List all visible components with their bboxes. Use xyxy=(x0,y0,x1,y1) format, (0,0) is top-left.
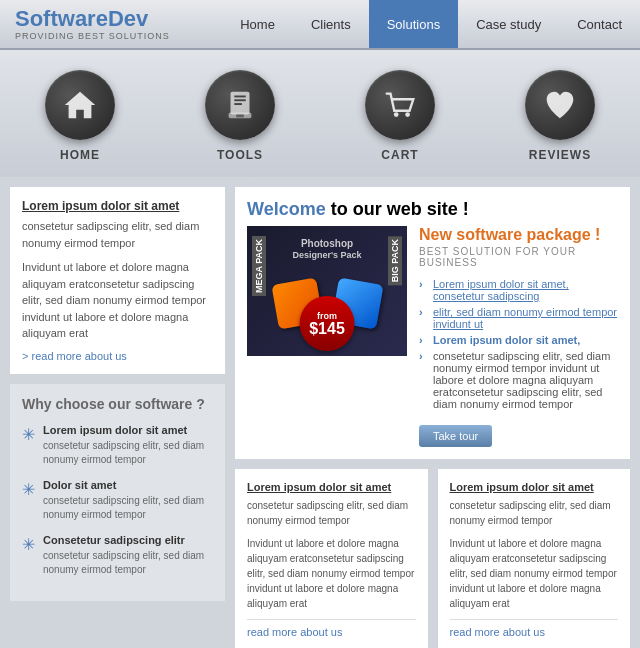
icon-home[interactable]: HOME xyxy=(45,70,115,162)
star-icon-1: ✳ xyxy=(22,425,35,444)
sidebar-why-title: Why choose our software ? xyxy=(22,396,213,412)
sidebar-block-2: Why choose our software ? ✳ Lorem ipsum … xyxy=(10,384,225,601)
sidebar-block-1: Lorem ipsum dolor sit amet consetetur sa… xyxy=(10,187,225,374)
bottom-col-left: Lorem ipsum dolor sit amet consetetur sa… xyxy=(235,469,428,648)
bottom-left-title: Lorem ipsum dolor sit amet xyxy=(247,481,416,493)
bottom-right-text1: consetetur sadipscing elitr, sed diam no… xyxy=(450,498,619,528)
svg-rect-1 xyxy=(234,96,245,98)
tools-icon-circle xyxy=(205,70,275,140)
bottom-right-text2: Invidunt ut labore et dolore magna aliqu… xyxy=(450,536,619,611)
icons-row: HOME TOOLS CART xyxy=(0,50,640,177)
take-tour-button[interactable]: Take tour xyxy=(419,425,492,447)
bullet-3: Lorem ipsum dolor sit amet, xyxy=(419,332,618,348)
nav-contact[interactable]: Contact xyxy=(559,0,640,48)
price-value: $145 xyxy=(309,321,345,337)
cart-icon-circle xyxy=(365,70,435,140)
cart-label: CART xyxy=(381,148,418,162)
logo-title: SoftwareDev xyxy=(15,7,200,31)
nav-clients[interactable]: Clients xyxy=(293,0,369,48)
why-item-2-title: Dolor sit amet xyxy=(43,479,213,491)
price-from: from xyxy=(317,311,337,321)
product-label-big: BIG PACK xyxy=(388,236,402,285)
why-item-2: ✳ Dolor sit amet consetetur sadipscing e… xyxy=(22,479,213,522)
welcome-sub-heading: New software package ! xyxy=(419,226,618,244)
why-item-1: ✳ Lorem ipsum dolor sit amet consetetur … xyxy=(22,424,213,467)
sidebar-block1-title: Lorem ipsum dolor sit amet xyxy=(22,199,213,213)
product-image: MEGA PACK BIG PACK PhotoshopDesigner's P… xyxy=(247,226,407,356)
icon-reviews[interactable]: REVIEWS xyxy=(525,70,595,162)
svg-rect-6 xyxy=(240,115,244,118)
svg-rect-0 xyxy=(231,92,250,115)
product-title: PhotoshopDesigner's Pack xyxy=(292,238,361,260)
home-icon xyxy=(61,86,99,124)
nav-case-study[interactable]: Case study xyxy=(458,0,559,48)
sidebar: Lorem ipsum dolor sit amet consetetur sa… xyxy=(10,187,225,648)
main-content: Lorem ipsum dolor sit amet consetetur sa… xyxy=(0,177,640,648)
sidebar-block1-text2: Invidunt ut labore et dolore magna aliqu… xyxy=(22,259,213,342)
heart-icon xyxy=(541,86,579,124)
bottom-col-right: Lorem ipsum dolor sit amet consetetur sa… xyxy=(438,469,631,648)
svg-rect-2 xyxy=(234,99,245,101)
welcome-rest: to our web site ! xyxy=(331,199,469,219)
welcome-bullets: Lorem ipsum dolor sit amet, consetetur s… xyxy=(419,276,618,412)
tools-label: TOOLS xyxy=(217,148,263,162)
bottom-right-title: Lorem ipsum dolor sit amet xyxy=(450,481,619,493)
svg-rect-3 xyxy=(234,103,242,105)
welcome-inner: MEGA PACK BIG PACK PhotoshopDesigner's P… xyxy=(247,226,618,447)
why-item-1-text: consetetur sadipscing elitr, sed diam no… xyxy=(43,439,213,467)
bottom-left-read-more[interactable]: read more about us xyxy=(247,619,416,638)
bottom-right-read-more[interactable]: read more about us xyxy=(450,619,619,638)
welcome-sub-label: BEST SOLUTION FOR YOUR BUSINESS xyxy=(419,246,618,268)
why-item-3-content: Consetetur sadipscing elitr consetetur s… xyxy=(43,534,213,577)
navigation: Home Clients Solutions Case study Contac… xyxy=(200,0,640,48)
nav-home[interactable]: Home xyxy=(222,0,293,48)
bullet-4: consetetur sadipscing elitr, sed diam no… xyxy=(419,348,618,412)
reviews-label: REVIEWS xyxy=(529,148,591,162)
why-item-1-title: Lorem ipsum dolor sit amet xyxy=(43,424,213,436)
home-label: HOME xyxy=(60,148,100,162)
tools-icon xyxy=(221,86,259,124)
cart-icon xyxy=(381,86,419,124)
product-label-mega: MEGA PACK xyxy=(252,236,266,296)
header: SoftwareDev PROVIDING BEST SOLUTIONS Hom… xyxy=(0,0,640,50)
bullet-2: elitr, sed diam nonumy eirmod tempor inv… xyxy=(419,304,618,332)
price-badge: from $145 xyxy=(300,296,355,351)
nav-solutions[interactable]: Solutions xyxy=(369,0,458,48)
icon-cart[interactable]: CART xyxy=(365,70,435,162)
logo: SoftwareDev PROVIDING BEST SOLUTIONS xyxy=(0,7,200,41)
why-item-3: ✳ Consetetur sadipscing elitr consetetur… xyxy=(22,534,213,577)
home-icon-circle xyxy=(45,70,115,140)
svg-point-8 xyxy=(405,112,410,117)
bottom-left-text1: consetetur sadipscing elitr, sed diam no… xyxy=(247,498,416,528)
bottom-columns: Lorem ipsum dolor sit amet consetetur sa… xyxy=(235,469,630,648)
logo-subtitle: PROVIDING BEST SOLUTIONS xyxy=(15,31,200,41)
why-item-2-text: consetetur sadipscing elitr, sed diam no… xyxy=(43,494,213,522)
sidebar-block1-text1: consetetur sadipscing elitr, sed diam no… xyxy=(22,218,213,251)
bullet-1: Lorem ipsum dolor sit amet, consetetur s… xyxy=(419,276,618,304)
sidebar-read-more[interactable]: > read more about us xyxy=(22,350,213,362)
welcome-right: New software package ! BEST SOLUTION FOR… xyxy=(419,226,618,447)
star-icon-2: ✳ xyxy=(22,480,35,499)
welcome-block: Welcome to our web site ! MEGA PACK BIG … xyxy=(235,187,630,459)
why-item-3-title: Consetetur sadipscing elitr xyxy=(43,534,213,546)
icon-tools[interactable]: TOOLS xyxy=(205,70,275,162)
why-item-1-content: Lorem ipsum dolor sit amet consetetur sa… xyxy=(43,424,213,467)
star-icon-3: ✳ xyxy=(22,535,35,554)
svg-rect-5 xyxy=(236,115,240,118)
svg-point-7 xyxy=(394,112,399,117)
why-item-3-text: consetetur sadipscing elitr, sed diam no… xyxy=(43,549,213,577)
why-item-2-content: Dolor sit amet consetetur sadipscing eli… xyxy=(43,479,213,522)
main-right-content: Welcome to our web site ! MEGA PACK BIG … xyxy=(235,187,630,648)
welcome-heading: Welcome to our web site ! xyxy=(247,199,618,220)
reviews-icon-circle xyxy=(525,70,595,140)
welcome-blue-text: Welcome xyxy=(247,199,326,219)
bottom-left-text2: Invidunt ut labore et dolore magna aliqu… xyxy=(247,536,416,611)
